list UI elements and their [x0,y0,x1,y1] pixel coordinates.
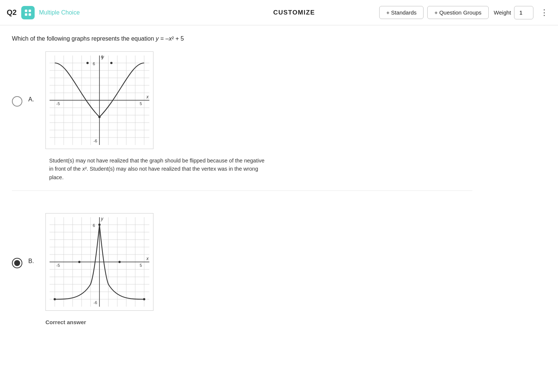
question-type-label: Multiple Choice [39,9,209,16]
svg-point-69 [98,224,101,226]
svg-text:-5: -5 [56,101,60,106]
question-text: Which of the following graphs represents… [12,34,472,43]
question-number: Q2 [7,8,17,17]
graph-and-text-a: x y 6 6 6 -5 5 -6 [45,51,265,181]
question-groups-button[interactable]: + Question Groups [427,6,488,19]
svg-text:5: 5 [140,101,142,106]
svg-text:-6: -6 [93,300,97,305]
svg-text:5: 5 [140,263,142,268]
svg-text:x: x [146,94,149,99]
correct-answer-label: Correct answer [45,319,86,325]
svg-text:-5: -5 [56,263,60,268]
svg-point-70 [78,261,80,263]
svg-rect-3 [29,13,31,15]
graph-and-text-b: x y 6 -5 5 -6 [45,213,153,325]
customize-section: CUSTOMIZE [209,9,379,16]
radio-a[interactable] [12,96,22,107]
answer-block-a: A. [12,51,472,191]
main-content: Which of the following graphs represents… [0,25,484,334]
radio-b-inner [14,260,20,266]
svg-text:y: y [101,216,104,221]
svg-rect-0 [25,9,27,12]
svg-text:6: 6 [93,61,95,66]
svg-point-72 [54,298,56,300]
answer-label-a: A. [28,96,39,103]
graph-b: x y 6 -5 5 -6 [45,213,153,311]
svg-text:-6: -6 [93,139,97,143]
svg-text:x: x [146,256,149,261]
answer-block-b: B. [12,202,472,334]
answer-label-b: B. [28,258,39,265]
svg-point-37 [86,62,89,64]
graph-svg-b: x y 6 -5 5 -6 [46,214,153,310]
svg-point-73 [143,298,145,300]
graph-a: x y 6 6 6 -5 5 -6 [45,51,153,149]
weight-label: Weight [494,9,511,16]
svg-point-38 [110,62,112,64]
svg-text:6: 6 [101,55,103,59]
svg-rect-2 [25,13,27,15]
graph-svg-a: x y 6 6 6 -5 5 -6 [46,52,153,149]
svg-rect-1 [29,9,31,12]
svg-text:6: 6 [93,223,95,228]
explanation-a: Student(s) may not have realized that th… [49,157,265,181]
customize-label: CUSTOMIZE [273,9,315,16]
top-bar-actions: + Standards + Question Groups Weight ⋮ [379,6,551,19]
top-bar: Q2 Multiple Choice CUSTOMIZE + Standards… [0,0,558,25]
standards-button[interactable]: + Standards [379,6,424,19]
weight-section: Weight [494,6,533,19]
weight-input[interactable] [514,6,533,19]
svg-point-71 [118,261,121,263]
radio-b[interactable] [12,258,22,268]
more-options-button[interactable]: ⋮ [537,6,551,19]
svg-point-36 [98,116,101,118]
question-type-icon [21,6,35,19]
